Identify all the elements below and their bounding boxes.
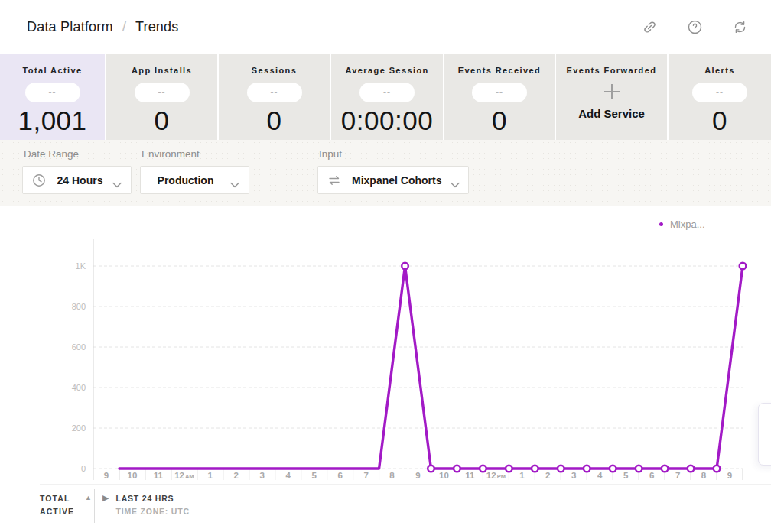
timezone-label: TIME ZONE: UTC xyxy=(115,505,189,518)
metric-label: Events Received xyxy=(458,66,541,75)
svg-text:600: 600 xyxy=(72,342,86,352)
environment-value: Production xyxy=(150,174,221,187)
svg-text:7: 7 xyxy=(675,471,680,480)
metric-cards-row: Total Active -- 1,001 App Installs -- 0 … xyxy=(0,54,771,140)
svg-text:2: 2 xyxy=(545,471,550,480)
metric-card-events-received[interactable]: Events Received -- 0 xyxy=(444,54,555,140)
metric-card-app-installs[interactable]: App Installs -- 0 xyxy=(106,54,217,140)
play-triangle-icon[interactable]: ▶ xyxy=(102,493,109,518)
metric-badge: -- xyxy=(247,83,302,102)
svg-text:4: 4 xyxy=(285,471,291,480)
svg-text:9: 9 xyxy=(415,471,420,480)
metric-label: Events Forwarded xyxy=(567,66,657,75)
svg-text:9: 9 xyxy=(727,471,732,480)
svg-text:3: 3 xyxy=(571,471,576,480)
metric-card-total-active[interactable]: Total Active -- 1,001 xyxy=(0,54,105,140)
chevron-down-icon xyxy=(112,177,122,183)
input-value: Mixpanel Cohorts xyxy=(352,174,441,187)
plus-icon xyxy=(602,81,622,102)
sort-asc-triangle-icon[interactable]: ▲ xyxy=(85,494,92,518)
trends-chart-svg: 02004006008001K9101112AM123456789101112P… xyxy=(0,206,771,488)
breadcrumb-section[interactable]: Data Platform xyxy=(27,19,113,35)
date-range-dropdown[interactable]: 24 Hours xyxy=(22,166,132,194)
svg-text:6: 6 xyxy=(649,471,654,480)
svg-text:5: 5 xyxy=(311,471,317,480)
date-range-filter: Date Range 24 Hours xyxy=(22,148,132,194)
metric-value: 0 xyxy=(267,105,282,136)
svg-text:800: 800 xyxy=(72,302,86,311)
metric-label: Sessions xyxy=(252,66,298,75)
help-icon[interactable] xyxy=(688,20,702,34)
svg-text:12PM: 12PM xyxy=(486,471,506,480)
metric-value: 0 xyxy=(492,105,507,136)
metric-badge: -- xyxy=(359,83,415,102)
environment-filter: Environment Production xyxy=(140,148,249,194)
svg-text:10: 10 xyxy=(439,471,449,480)
filter-bar: Date Range 24 Hours Environment Producti… xyxy=(0,140,771,206)
svg-text:4: 4 xyxy=(597,471,603,480)
svg-text:200: 200 xyxy=(72,423,86,433)
input-label: Input xyxy=(319,148,469,160)
trends-chart-section: Mixpa... 02004006008001K9101112AM1234567… xyxy=(0,206,771,532)
metric-badge: -- xyxy=(472,83,527,102)
date-range-value: 24 Hours xyxy=(57,174,103,187)
header-actions xyxy=(642,20,747,34)
breadcrumb-separator: / xyxy=(122,18,126,35)
svg-text:10: 10 xyxy=(128,471,138,480)
range-info: ▶ LAST 24 HRS TIME ZONE: UTC xyxy=(102,492,190,518)
metric-label: Total Active xyxy=(23,66,83,75)
page-header: Data Platform / Trends xyxy=(0,0,771,54)
refresh-icon[interactable] xyxy=(733,20,747,34)
metric-value: 1,001 xyxy=(18,105,86,136)
breadcrumb-page: Trends xyxy=(135,19,179,35)
metric-badge: -- xyxy=(135,83,190,102)
breadcrumb: Data Platform / Trends xyxy=(27,18,178,35)
metric-card-events-forwarded[interactable]: Events Forwarded Add Service xyxy=(556,54,667,140)
svg-text:6: 6 xyxy=(337,471,342,480)
metric-card-sessions[interactable]: Sessions -- 0 xyxy=(219,54,330,140)
svg-text:9: 9 xyxy=(104,471,109,480)
range-label: LAST 24 HRS xyxy=(115,492,189,505)
environment-dropdown[interactable]: Production xyxy=(140,166,249,194)
svg-text:1K: 1K xyxy=(76,261,86,271)
metric-label: App Installs xyxy=(132,66,192,75)
svg-text:1: 1 xyxy=(208,471,213,480)
svg-text:400: 400 xyxy=(72,383,86,392)
environment-label: Environment xyxy=(142,148,249,160)
date-range-label: Date Range xyxy=(24,148,132,160)
footer-divider xyxy=(94,489,95,523)
metric-selector-label: TOTAL ACTIVE xyxy=(40,492,74,518)
metric-label: Alerts xyxy=(704,66,735,75)
svg-text:11: 11 xyxy=(465,471,475,480)
svg-text:0: 0 xyxy=(81,464,86,473)
svg-text:1: 1 xyxy=(519,471,525,480)
metric-badge: -- xyxy=(692,83,747,102)
metric-badge: -- xyxy=(25,83,80,102)
svg-text:3: 3 xyxy=(260,471,265,480)
chevron-down-icon xyxy=(230,177,239,183)
svg-text:2: 2 xyxy=(234,471,239,480)
metric-value: 0 xyxy=(155,105,170,136)
metric-card-average-session[interactable]: Average Session -- 0:00:00 xyxy=(331,54,443,140)
add-service-button[interactable]: Add Service xyxy=(578,107,645,120)
metric-selector: TOTAL ACTIVE ▲ xyxy=(40,492,92,518)
metric-value: 0 xyxy=(712,105,727,136)
svg-text:11: 11 xyxy=(154,471,164,480)
svg-text:12AM: 12AM xyxy=(174,471,194,480)
link-icon[interactable] xyxy=(642,20,657,34)
svg-text:7: 7 xyxy=(363,471,368,480)
metric-card-alerts[interactable]: Alerts -- 0 xyxy=(669,54,771,140)
input-dropdown[interactable]: Mixpanel Cohorts xyxy=(317,166,469,194)
clock-icon xyxy=(32,174,46,187)
swap-arrows-icon xyxy=(327,174,341,187)
edge-floating-panel[interactable] xyxy=(758,403,771,466)
metric-label: Average Session xyxy=(345,66,428,75)
svg-text:8: 8 xyxy=(389,471,395,480)
svg-text:8: 8 xyxy=(701,471,707,480)
chart-footer: TOTAL ACTIVE ▲ ▶ LAST 24 HRS TIME ZONE: … xyxy=(0,488,771,532)
svg-text:5: 5 xyxy=(623,471,629,480)
input-filter: Input Mixpanel Cohorts xyxy=(317,148,469,194)
chevron-down-icon xyxy=(451,177,460,183)
metric-value: 0:00:00 xyxy=(341,105,433,136)
